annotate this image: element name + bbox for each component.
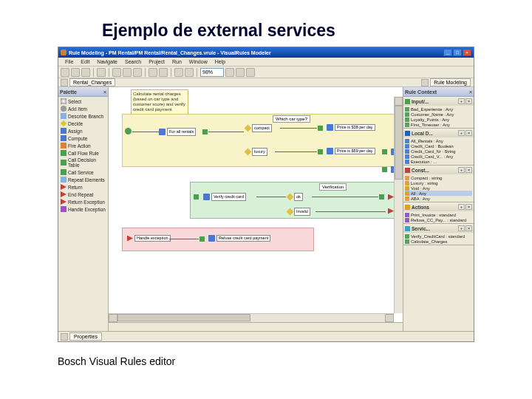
scroll-up-icon[interactable] [395,97,403,106]
save-all-icon[interactable] [81,68,90,77]
context-item[interactable]: CredIt_Card : Boolean [405,143,472,149]
close-button[interactable]: × [463,49,471,56]
context-item[interactable]: Execution : ... [405,159,472,164]
undo-icon[interactable] [149,68,157,77]
context-item[interactable]: Bad_Experience : Any [405,106,472,112]
copy-icon[interactable] [123,68,132,77]
add-icon[interactable]: + [458,98,465,104]
remove-icon[interactable]: × [466,204,472,210]
add-icon[interactable]: + [458,130,465,136]
palette-item[interactable]: End Repeat [60,191,106,198]
menu-file[interactable]: File [61,58,77,66]
new-icon[interactable] [61,68,69,77]
palette-item[interactable]: Decide [60,120,106,127]
context-item[interactable]: Credit_Card_Nr : String [405,149,472,154]
horizontal-scrollbar[interactable] [109,313,394,322]
cut-icon[interactable] [112,68,121,77]
open-perspective-icon[interactable] [421,79,429,86]
zoom-fit-icon[interactable] [246,68,255,77]
remove-icon[interactable]: × [466,130,472,136]
context-item[interactable]: Compact : string [405,175,472,180]
menu-help[interactable]: Help [211,58,229,66]
palette-item[interactable]: Select [60,98,106,105]
luxury-decision[interactable]: luxury [245,148,267,156]
menu-navigate[interactable]: Navigate [93,58,121,66]
context-item[interactable]: Print_Invoice : standard [405,212,472,217]
palette-item[interactable]: Compute [60,134,106,142]
menu-search[interactable]: Search [121,58,145,66]
minimize-button[interactable]: _ [443,49,452,56]
refuse-cc-node-2[interactable]: Refuse credit card payment [208,235,270,242]
context-item[interactable]: Void : Any [405,185,472,191]
ok-decision[interactable]: ok [287,193,303,201]
context-section-header[interactable]: Actions+× [403,202,474,211]
add-icon[interactable]: + [458,204,465,210]
menu-edit[interactable]: Edit [77,58,93,66]
palette-item[interactable]: Fire Action [60,142,106,149]
palette-item[interactable]: Repeat Elements [60,176,106,183]
palette-item[interactable]: Assign [60,127,106,134]
canvas-tab[interactable]: Rental_Changes [69,78,115,86]
context-close-icon[interactable]: × [469,89,472,95]
price-luxury-node[interactable]: Price is $59 per day [327,148,375,154]
palette-item[interactable]: Return Exception [60,198,106,205]
scroll-thumb[interactable] [395,106,403,180]
remove-icon[interactable]: × [466,225,472,231]
context-section-header[interactable]: Servic...+× [403,224,474,233]
context-item[interactable]: First_Timeuser : Any [405,122,472,127]
for-all-rentals-node[interactable]: For all rentals [159,128,196,136]
paste-icon[interactable] [133,68,142,77]
redo-icon[interactable] [159,68,168,77]
handle-exception-node[interactable]: Handle exception [127,235,171,242]
print-icon[interactable] [97,68,106,77]
properties-tab[interactable]: Properties [69,332,102,341]
palette-close-icon[interactable]: × [103,89,106,95]
context-item[interactable]: Luxury : string [405,180,472,185]
context-item[interactable]: Customer_Name : Any [405,112,472,117]
context-item[interactable]: Refuse_CC_Pay... : standard [405,217,472,222]
perspective-tab[interactable]: Rule Modeling [430,78,471,86]
start-node[interactable] [125,128,132,134]
zoom-input[interactable]: 98% [200,68,224,77]
compact-decision[interactable]: compact [245,124,272,132]
palette-item[interactable]: Return [60,183,106,191]
debug-icon[interactable] [185,68,194,77]
context-section-header[interactable]: Const...+× [403,166,474,174]
invalid-decision[interactable]: Invalid [287,208,310,216]
diagram-canvas[interactable]: Calculate rental charges (based on car t… [109,87,403,331]
context-section-header[interactable]: Input/...+× [403,97,474,106]
menu-window[interactable]: Window [185,58,211,66]
context-item[interactable]: Loyalty_Points : Any [405,117,472,122]
context-item[interactable]: All_Rentals : Any [405,138,472,143]
context-section-header[interactable]: Local D...+× [403,129,474,137]
add-icon[interactable]: + [458,167,465,173]
save-icon[interactable] [71,68,80,77]
menu-run[interactable]: Run [168,58,185,66]
add-icon[interactable]: + [458,225,465,231]
context-item[interactable]: CredIt_Card_V... : Any [405,154,472,159]
remove-icon[interactable]: × [466,98,472,104]
context-item[interactable]: Calculate_Charges [405,239,472,244]
context-item[interactable]: All : Any [405,191,472,196]
zoom-out-icon[interactable] [236,68,245,77]
perspective-icon[interactable] [61,79,68,86]
palette-item[interactable]: Call Service [60,168,106,176]
context-item[interactable]: ABA : Any [405,196,472,201]
palette-item[interactable]: Describe Branch [60,112,106,120]
scroll-thumb[interactable] [117,314,250,321]
verify-cc-node[interactable]: Verify credit card [203,193,246,201]
palette-item[interactable]: Handle Exception [60,205,106,213]
palette-item[interactable]: Add Item [60,105,106,112]
palette-item[interactable]: Call Decision Table [60,157,106,168]
run-icon[interactable] [174,68,183,77]
remove-icon[interactable]: × [466,167,472,173]
menu-project[interactable]: Project [145,58,168,66]
zoom-in-icon[interactable] [225,68,234,77]
context-item[interactable]: Verify_CreditCard : standard [405,233,472,239]
vertical-scrollbar[interactable] [394,97,403,313]
palette-item[interactable]: Call Flow Rule [60,149,106,157]
maximize-button[interactable]: □ [453,49,462,56]
scroll-left-icon[interactable] [109,314,117,322]
price-compact-node[interactable]: Price is $38 per day [327,124,375,131]
scroll-right-icon[interactable] [385,314,394,322]
